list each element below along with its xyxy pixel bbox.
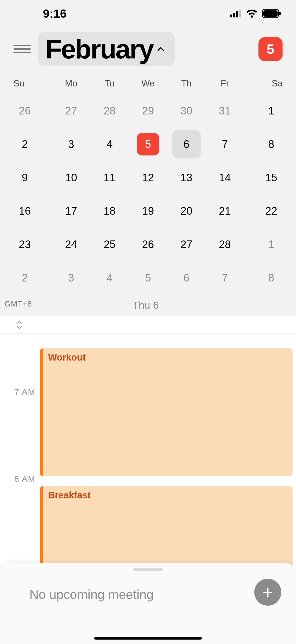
- day-cell[interactable]: 29: [129, 94, 167, 128]
- day-cell[interactable]: 19: [129, 194, 167, 228]
- cellular-icon: [230, 10, 242, 18]
- day-cell[interactable]: 26: [129, 228, 167, 261]
- month-picker[interactable]: February: [38, 32, 175, 66]
- day-cell[interactable]: 27: [52, 94, 91, 128]
- day-cell[interactable]: 3: [52, 261, 91, 294]
- chevron-up-icon: [157, 45, 165, 53]
- dow-we: We: [129, 78, 167, 89]
- day-cell[interactable]: 20: [167, 194, 206, 228]
- status-right: [230, 9, 281, 18]
- day-cell[interactable]: 14: [206, 161, 244, 194]
- day-cell[interactable]: 18: [90, 194, 129, 228]
- day-cell[interactable]: 17: [52, 194, 91, 228]
- day-cell[interactable]: 5: [129, 261, 167, 294]
- day-cell[interactable]: 31: [206, 94, 244, 128]
- svg-rect-2: [236, 11, 238, 18]
- month-label: February: [45, 34, 153, 64]
- day-cell[interactable]: 22: [244, 194, 283, 228]
- day-cell[interactable]: 7: [206, 261, 244, 294]
- plus-icon: +: [262, 582, 273, 603]
- dow-row: SuMoTuWeThFrSa: [0, 71, 296, 92]
- status-bar: 9:16: [0, 0, 296, 27]
- svg-rect-0: [230, 14, 232, 18]
- day-cell[interactable]: 2: [13, 128, 52, 161]
- day-cell[interactable]: 7: [206, 128, 244, 161]
- menu-button[interactable]: [13, 42, 31, 56]
- header: February 5: [0, 27, 296, 71]
- status-time: 9:16: [43, 7, 66, 20]
- upcoming-message: No upcoming meeting: [29, 587, 154, 602]
- day-cell[interactable]: 11: [90, 161, 129, 194]
- tz-row: GMT+8 Thu 6: [0, 294, 296, 316]
- day-cell[interactable]: 28: [206, 228, 244, 261]
- day-cell[interactable]: 9: [13, 161, 52, 194]
- day-cell[interactable]: 25: [90, 228, 129, 261]
- dow-sa: Sa: [244, 78, 283, 89]
- day-cell[interactable]: 6: [167, 261, 206, 294]
- day-cell[interactable]: 8: [244, 128, 283, 161]
- day-cell[interactable]: 2: [13, 261, 52, 294]
- svg-rect-5: [263, 10, 278, 17]
- home-indicator[interactable]: [94, 637, 202, 640]
- sheet-grabber[interactable]: [133, 568, 163, 571]
- schedule[interactable]: 7 AM8 AM WorkoutBreakfast: [0, 316, 296, 606]
- day-cell[interactable]: 16: [13, 194, 52, 228]
- dow-tu: Tu: [90, 78, 129, 89]
- add-event-button[interactable]: +: [254, 579, 281, 606]
- day-cell[interactable]: 10: [52, 161, 91, 194]
- svg-rect-6: [279, 12, 281, 15]
- allday-row: [0, 316, 296, 334]
- day-cell[interactable]: 13: [167, 161, 206, 194]
- day-cell[interactable]: 21: [206, 194, 244, 228]
- dow-th: Th: [167, 78, 206, 89]
- day-cell[interactable]: 3: [52, 128, 91, 161]
- dow-su: Su: [13, 78, 52, 89]
- day-cell[interactable]: 26: [13, 94, 52, 128]
- dow-mo: Mo: [52, 78, 91, 89]
- bottom-sheet[interactable]: No upcoming meeting +: [0, 563, 296, 644]
- svg-rect-3: [239, 10, 241, 18]
- timezone-label: GMT+8: [4, 300, 32, 308]
- event-block[interactable]: Workout: [40, 348, 293, 476]
- svg-rect-1: [233, 13, 235, 18]
- selected-day-label: Thu 6: [133, 300, 159, 311]
- day-cell[interactable]: 1: [244, 228, 283, 261]
- wifi-icon: [246, 9, 258, 18]
- day-cell[interactable]: 24: [52, 228, 91, 261]
- day-cell[interactable]: 27: [167, 228, 206, 261]
- day-cell[interactable]: 4: [90, 128, 129, 161]
- day-cell[interactable]: 12: [129, 161, 167, 194]
- dow-fr: Fr: [206, 78, 244, 89]
- expand-allday-button[interactable]: [0, 316, 39, 334]
- today-button[interactable]: 5: [259, 37, 283, 61]
- month-grid: 2627282930311234567891011121314151617181…: [0, 92, 296, 294]
- day-cell[interactable]: 28: [90, 94, 129, 128]
- battery-icon: [262, 9, 281, 18]
- day-cell[interactable]: 15: [244, 161, 283, 194]
- day-cell[interactable]: 4: [90, 261, 129, 294]
- day-cell[interactable]: 5: [129, 128, 167, 161]
- day-cell[interactable]: 30: [167, 94, 206, 128]
- day-cell[interactable]: 23: [13, 228, 52, 261]
- day-cell[interactable]: 6: [167, 128, 206, 161]
- day-cell[interactable]: 1: [244, 94, 283, 128]
- hour-label: 7 AM: [14, 387, 35, 397]
- hour-label: 8 AM: [14, 474, 35, 484]
- day-cell[interactable]: 8: [244, 261, 283, 294]
